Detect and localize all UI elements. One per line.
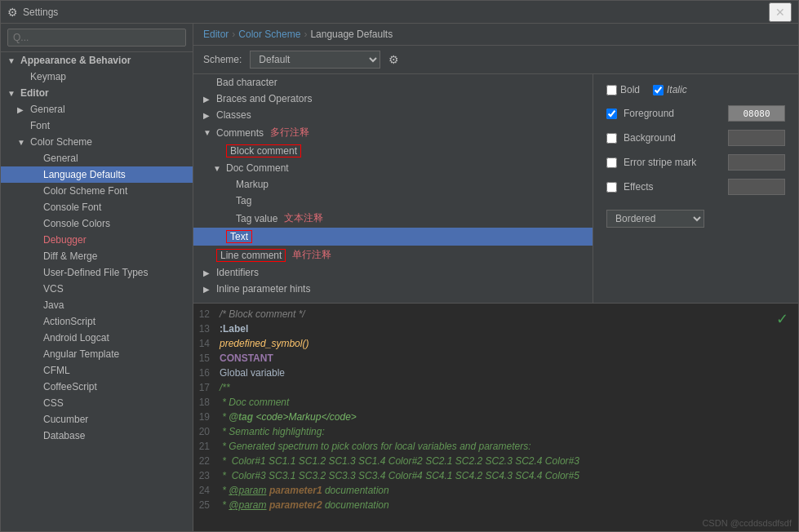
scheme-item-doc-comment[interactable]: ▼ Doc Comment xyxy=(193,160,593,176)
arrow-color-scheme: ▼ xyxy=(17,138,27,147)
sidebar-item-appearance-behavior[interactable]: ▼ Appearance & Behavior xyxy=(1,52,193,69)
breadcrumb-current: Language Defaults xyxy=(310,29,393,40)
line-num-19: 19 xyxy=(193,410,216,424)
line-content-17: /** xyxy=(216,380,798,395)
sidebar-item-console-font[interactable]: Console Font xyxy=(1,199,193,215)
sidebar-item-cs-general[interactable]: General xyxy=(1,150,193,166)
cucumber-label: Cucumber xyxy=(43,414,88,425)
search-box xyxy=(1,24,193,52)
code-line-15: 15 CONSTANT xyxy=(193,351,798,366)
diff-merge-label: Diff & Merge xyxy=(43,250,97,262)
line-content-19: * @tag <code>Markup</code> xyxy=(216,410,798,424)
effects-checkbox[interactable] xyxy=(606,182,617,193)
scheme-item-braces[interactable]: ▶ Braces and Operators xyxy=(193,91,593,107)
scheme-gear-button[interactable]: ⚙ xyxy=(388,53,399,66)
sidebar-item-language-defaults[interactable]: Language Defaults xyxy=(1,166,193,183)
sidebar-item-font[interactable]: Font xyxy=(1,117,193,134)
scheme-item-inline-hints[interactable]: ▶ Inline parameter hints xyxy=(193,281,593,297)
background-color-box[interactable] xyxy=(728,130,785,146)
database-label: Database xyxy=(43,430,85,441)
sidebar-item-editor[interactable]: ▼ Editor xyxy=(1,85,193,101)
scheme-item-comments[interactable]: ▼ Comments 多行注释 xyxy=(193,123,593,142)
scheme-select[interactable]: Default Darcula High Contrast xyxy=(250,51,380,69)
sidebar-item-angular[interactable]: Angular Template xyxy=(1,346,193,362)
scheme-item-tag[interactable]: Tag xyxy=(193,193,593,209)
coffeescript-label: CoffeeScript xyxy=(43,381,97,392)
sidebar-item-vcs[interactable]: VCS xyxy=(1,281,193,297)
line-num-24: 24 xyxy=(193,483,216,498)
bold-checkbox[interactable] xyxy=(606,85,617,95)
sidebar-item-cucumber[interactable]: Cucumber xyxy=(1,411,193,428)
code-line-25: 25 * @param parameter2 documentation xyxy=(193,498,798,512)
markup-label: Markup xyxy=(236,179,269,190)
css-label: CSS xyxy=(43,397,64,409)
scheme-item-markup[interactable]: Markup xyxy=(193,176,593,193)
foreground-color-box[interactable]: 08080 xyxy=(728,105,785,122)
sidebar-item-diff-merge[interactable]: Diff & Merge xyxy=(1,248,193,264)
checkmark-icon: ✓ xyxy=(776,310,788,328)
scheme-item-text[interactable]: Text xyxy=(193,228,593,246)
foreground-checkbox[interactable] xyxy=(606,109,617,119)
scheme-item-line-comment[interactable]: Line comment 单行注释 xyxy=(193,246,593,264)
java-label: Java xyxy=(43,299,64,311)
sidebar-item-cs-font[interactable]: Color Scheme Font xyxy=(1,183,193,199)
comments-cn-label: 多行注释 xyxy=(270,126,309,140)
code-line-13: 13 :Label xyxy=(193,321,798,336)
sidebar-item-cfml[interactable]: CFML xyxy=(1,362,193,379)
actionscript-label: ActionScript xyxy=(43,316,95,327)
title-bar: ⚙ Settings ✕ xyxy=(1,1,798,24)
sidebar-item-coffeescript[interactable]: CoffeeScript xyxy=(1,379,193,395)
scheme-row: Scheme: Default Darcula High Contrast ⚙ xyxy=(193,46,798,74)
breadcrumb: Editor › Color Scheme › Language Default… xyxy=(193,24,798,46)
code-line-17: 17 /** xyxy=(193,380,798,395)
sidebar-item-actionscript[interactable]: ActionScript xyxy=(1,313,193,330)
breadcrumb-editor[interactable]: Editor xyxy=(203,29,229,40)
sidebar-item-debugger[interactable]: Debugger xyxy=(1,232,193,248)
scheme-item-tag-value[interactable]: Tag value 文本注释 xyxy=(193,209,593,228)
italic-checkbox[interactable] xyxy=(653,85,664,95)
effects-color-box[interactable] xyxy=(728,179,785,195)
cfml-label: CFML xyxy=(43,365,70,376)
settings-tree: ▼ Appearance & Behavior Keymap ▼ Editor … xyxy=(1,52,193,531)
line-num-15: 15 xyxy=(193,351,216,366)
lang-defaults-label: Language Defaults xyxy=(43,169,126,180)
scheme-item-identifiers[interactable]: ▶ Identifiers xyxy=(193,264,593,281)
sidebar-item-user-defined[interactable]: User-Defined File Types xyxy=(1,264,193,281)
sidebar-item-keymap[interactable]: Keymap xyxy=(1,69,193,85)
arr-identifiers: ▶ xyxy=(203,268,213,277)
cs-general-label: General xyxy=(43,153,78,164)
sidebar-item-console-colors[interactable]: Console Colors xyxy=(1,215,193,232)
sidebar-item-java[interactable]: Java xyxy=(1,297,193,313)
search-input[interactable] xyxy=(7,29,186,47)
error-stripe-checkbox[interactable] xyxy=(606,157,617,168)
code-line-21: 21 * Generated spectrum to pick colors f… xyxy=(193,439,798,454)
close-button[interactable]: ✕ xyxy=(769,2,792,22)
background-checkbox[interactable] xyxy=(606,133,617,144)
code-lines: 12 /* Block comment */ 13 :Label 14 pred… xyxy=(193,304,798,516)
sidebar-item-general[interactable]: ▶ General xyxy=(1,101,193,117)
bc-sep2: › xyxy=(304,29,307,40)
line-content-23: * Color#3 SC3.1 SC3.2 SC3.3 SC3.4 Color#… xyxy=(216,468,798,483)
arrow-general: ▶ xyxy=(17,105,27,114)
breadcrumb-color-scheme[interactable]: Color Scheme xyxy=(238,29,300,40)
line-content-16: Global variable xyxy=(216,366,798,380)
sidebar-item-color-scheme[interactable]: ▼ Color Scheme xyxy=(1,134,193,150)
sidebar-item-css[interactable]: CSS xyxy=(1,395,193,411)
braces-label: Braces and Operators xyxy=(216,93,312,104)
debugger-label: Debugger xyxy=(43,234,87,246)
code-line-22: 22 * Color#1 SC1.1 SC1.2 SC1.3 SC1.4 Col… xyxy=(193,454,798,468)
scheme-item-bad-char[interactable]: Bad character xyxy=(193,74,593,91)
properties-panel: Bold Italic Foreground 08080 xyxy=(593,74,798,303)
scheme-item-block-comment[interactable]: Block comment xyxy=(193,142,593,160)
error-stripe-color-box[interactable] xyxy=(728,154,785,171)
line-num-25: 25 xyxy=(193,498,216,512)
general-label: General xyxy=(30,104,65,115)
user-defined-label: User-Defined File Types xyxy=(43,267,149,278)
foreground-label: Foreground xyxy=(624,108,721,119)
sidebar-item-database[interactable]: Database xyxy=(1,428,193,444)
right-panel: Editor › Color Scheme › Language Default… xyxy=(193,24,798,531)
effects-dropdown[interactable]: Bordered xyxy=(606,210,704,228)
arrow-appearance: ▼ xyxy=(7,56,17,65)
scheme-item-classes[interactable]: ▶ Classes xyxy=(193,107,593,123)
sidebar-item-android-logcat[interactable]: Android Logcat xyxy=(1,330,193,346)
